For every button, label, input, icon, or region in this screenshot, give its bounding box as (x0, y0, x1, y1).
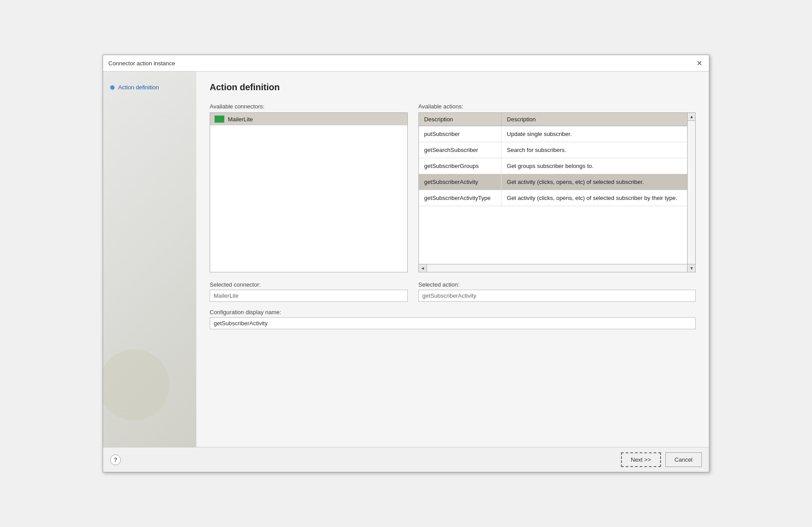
selected-connector-label: Selected connector: (210, 281, 408, 288)
sidebar-item-label: Action definition (118, 84, 159, 91)
action-desc: Search for subscribers. (502, 142, 695, 158)
dialog-title: Connector action instance (108, 60, 175, 67)
connector-name: MailerLite (228, 116, 253, 123)
table-row[interactable]: getSubscriberGroups Get groups subscribe… (419, 158, 695, 174)
action-name: putSubscriber (419, 126, 502, 142)
connectors-list[interactable]: MailerLite (210, 112, 408, 272)
connector-item-mailerlite[interactable]: MailerLite (210, 113, 407, 125)
selected-action-label: Selected action: (418, 281, 696, 288)
col-header-name: Description (419, 113, 502, 126)
sidebar: Action definition (103, 72, 196, 447)
action-name: getSubscriberActivityType (419, 190, 502, 206)
action-desc: Get activity (clicks, opens, etc) of sel… (502, 190, 695, 206)
connectors-block: Available connectors: MailerLite (210, 103, 408, 272)
selected-fields-section: Selected connector: Selected action: (210, 281, 696, 302)
action-name: getSearchSubscriber (419, 142, 502, 158)
available-connectors-label: Available connectors: (210, 103, 408, 110)
bullet-icon (110, 85, 115, 90)
config-display-name-label: Configuration display name: (210, 309, 696, 315)
scroll-up-button[interactable]: ▲ (688, 113, 695, 121)
connectors-section: Available connectors: MailerLite Availab… (210, 103, 696, 272)
table-row-selected[interactable]: getSubscriberActivity Get activity (clic… (419, 174, 695, 190)
col-header-desc: Description (502, 113, 695, 126)
mailerlite-icon (215, 116, 224, 123)
table-row[interactable]: getSearchSubscriber Search for subscribe… (419, 142, 695, 158)
selected-connector-input[interactable] (210, 290, 408, 302)
main-content: Action definition Available connectors: … (196, 72, 709, 447)
page-title: Action definition (210, 82, 696, 92)
action-desc: Get activity (clicks, opens, etc) of sel… (502, 174, 695, 190)
action-desc: Get groups subscriber belongs to. (502, 158, 695, 174)
available-actions-label: Available actions: (418, 103, 696, 110)
sidebar-item-action-definition[interactable]: Action definition (103, 80, 196, 94)
action-name: getSubscriberGroups (419, 158, 502, 174)
actions-table-wrapper: Description Description putSubscriber Up… (418, 112, 696, 272)
actions-table: Description Description putSubscriber Up… (419, 113, 695, 206)
config-section: Configuration display name: (210, 309, 696, 329)
selected-action-group: Selected action: (418, 281, 696, 302)
table-row[interactable]: getSubscriberActivityType Get activity (… (419, 190, 695, 206)
table-row[interactable]: putSubscriber Update single subscriber. (419, 126, 695, 142)
cancel-button[interactable]: Cancel (665, 452, 702, 467)
action-name: getSubscriberActivity (419, 174, 502, 190)
vertical-scrollbar[interactable]: ▲ ▼ (687, 113, 695, 264)
action-desc: Update single subscriber. (502, 126, 695, 142)
actions-block: Available actions: Description Descripti… (418, 103, 696, 272)
footer-left: ? (110, 455, 121, 465)
scroll-left-button[interactable]: ◄ (419, 264, 427, 272)
scroll-track (688, 121, 695, 264)
help-button[interactable]: ? (110, 455, 121, 465)
horizontal-scrollbar[interactable]: ◄ ► (419, 264, 695, 272)
selected-connector-group: Selected connector: (210, 281, 408, 302)
config-display-name-input[interactable] (210, 317, 696, 329)
dialog-footer: ? Next >> Cancel (103, 447, 709, 472)
title-bar: Connector action instance ✕ (103, 55, 709, 72)
selected-action-input[interactable] (418, 290, 696, 302)
dialog-body: Action definition Action definition Avai… (103, 72, 709, 447)
next-button[interactable]: Next >> (621, 452, 661, 467)
close-button[interactable]: ✕ (695, 59, 704, 68)
footer-right: Next >> Cancel (621, 452, 702, 467)
